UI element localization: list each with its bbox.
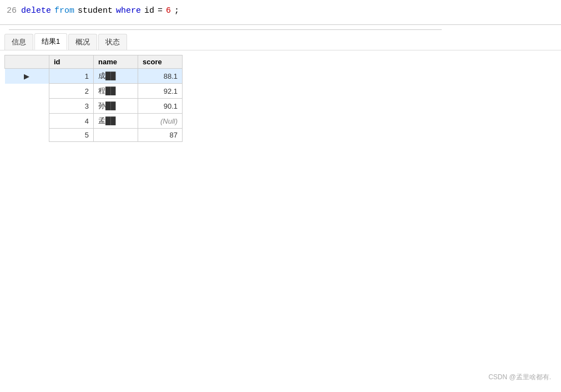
data-table: id name score ▶ 1 成██ 88.1 2 程██ 92.1 3 … xyxy=(4,55,183,142)
cell-id: 4 xyxy=(49,114,94,129)
table-row[interactable]: 4 孟██ (Null) xyxy=(5,114,183,129)
cell-id: 5 xyxy=(49,129,94,142)
sql-where-keyword: where xyxy=(116,4,141,18)
cell-score: 88.1 xyxy=(138,69,183,84)
cell-id: 3 xyxy=(49,99,94,114)
sql-table-name: student xyxy=(78,4,113,18)
table-row[interactable]: ▶ 1 成██ 88.1 xyxy=(5,69,183,84)
cell-score: 92.1 xyxy=(138,84,183,99)
tab-status[interactable]: 状态 xyxy=(98,34,127,50)
code-line-26: 26 delete from student where id = 6 ; xyxy=(7,4,554,18)
cell-id: 1 xyxy=(49,69,94,84)
cell-id: 2 xyxy=(49,84,94,99)
results-area: id name score ▶ 1 成██ 88.1 2 程██ 92.1 3 … xyxy=(0,50,561,146)
table-header-row: id name score xyxy=(5,55,183,69)
sql-operator: = xyxy=(158,4,163,18)
tab-results[interactable]: 结果1 xyxy=(34,33,67,50)
tab-info[interactable]: 信息 xyxy=(4,34,33,50)
sql-value: 6 xyxy=(166,4,171,18)
col-header-id: id xyxy=(49,55,94,69)
cell-name: 程██ xyxy=(94,84,138,99)
row-pointer xyxy=(5,129,49,142)
cell-score: 90.1 xyxy=(138,99,183,114)
sql-delete-keyword: delete xyxy=(21,4,51,18)
code-editor-area: 26 delete from student where id = 6 ; xyxy=(0,0,561,25)
watermark: CSDN @孟里啥都有. xyxy=(488,373,551,382)
cell-name: 孟██ xyxy=(94,114,138,129)
cell-name: 孙██ xyxy=(94,99,138,114)
row-indicator-header xyxy=(5,55,49,69)
sql-semicolon: ; xyxy=(174,4,179,18)
row-pointer xyxy=(5,84,49,99)
cell-name: 成██ xyxy=(94,69,138,84)
cell-name xyxy=(94,129,138,142)
table-row[interactable]: 5 87 xyxy=(5,129,183,142)
row-pointer xyxy=(5,114,49,129)
col-header-name: name xyxy=(94,55,138,69)
row-pointer: ▶ xyxy=(5,69,49,84)
sql-field-name: id xyxy=(144,4,154,18)
cell-score: 87 xyxy=(138,129,183,142)
cell-score-null: (Null) xyxy=(138,114,183,129)
tab-overview[interactable]: 概况 xyxy=(68,34,97,50)
table-row[interactable]: 3 孙██ 90.1 xyxy=(5,99,183,114)
row-pointer xyxy=(5,99,49,114)
tabs-bar: 信息 结果1 概况 状态 xyxy=(0,30,561,50)
line-number: 26 xyxy=(7,4,18,18)
sql-from-keyword: from xyxy=(54,4,74,18)
table-row[interactable]: 2 程██ 92.1 xyxy=(5,84,183,99)
col-header-score: score xyxy=(138,55,183,69)
